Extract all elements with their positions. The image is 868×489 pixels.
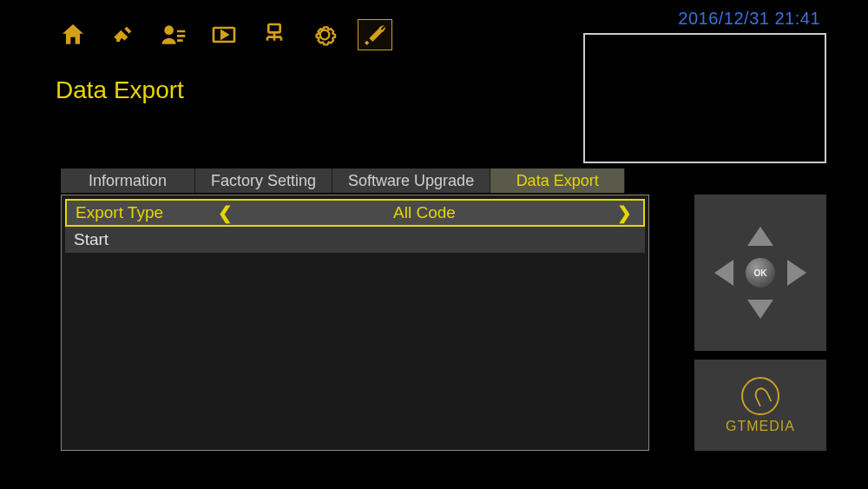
tab-factory-setting[interactable]: Factory Setting (195, 169, 332, 193)
network-icon[interactable] (257, 19, 292, 50)
dpad-left-icon[interactable] (714, 260, 733, 286)
dpad-right-icon[interactable] (787, 260, 806, 286)
brand-name: GTMEDIA (726, 419, 795, 434)
dpad-up-icon[interactable] (747, 227, 773, 246)
satellite-icon[interactable] (106, 19, 141, 50)
start-label: Start (74, 230, 213, 249)
svg-rect-2 (268, 24, 279, 32)
media-icon[interactable] (207, 19, 241, 50)
svg-point-0 (164, 25, 174, 35)
export-type-value: All Code (235, 203, 614, 222)
navigation-pad: OK (694, 195, 826, 351)
dpad-down-icon[interactable] (747, 300, 773, 319)
preview-window (583, 33, 826, 163)
page-title: Data Export (56, 76, 184, 104)
chevron-right-icon[interactable]: ❯ (614, 202, 635, 223)
tab-bar: Information Factory Setting Software Upg… (61, 169, 625, 193)
datetime-display: 2016/12/31 21:41 (678, 9, 820, 29)
dpad: OK (721, 234, 799, 312)
brand-panel: GTMEDIA (694, 360, 826, 451)
row-start[interactable]: Start (65, 227, 645, 253)
top-toolbar (56, 19, 392, 50)
brand-logo-icon (741, 377, 779, 415)
row-export-type[interactable]: Export Type ❮ All Code ❯ (65, 199, 645, 227)
tools-icon[interactable] (358, 19, 392, 50)
chevron-left-icon[interactable]: ❮ (214, 202, 235, 223)
settings-icon[interactable] (307, 19, 342, 50)
content-panel: Export Type ❮ All Code ❯ Start (61, 195, 649, 451)
tab-software-upgrade[interactable]: Software Upgrade (332, 169, 490, 193)
user-list-icon[interactable] (156, 19, 191, 50)
export-type-label: Export Type (76, 203, 214, 222)
ok-button[interactable]: OK (746, 258, 775, 287)
tab-information[interactable]: Information (61, 169, 195, 193)
tab-data-export[interactable]: Data Export (490, 169, 625, 193)
home-icon[interactable] (56, 19, 90, 50)
